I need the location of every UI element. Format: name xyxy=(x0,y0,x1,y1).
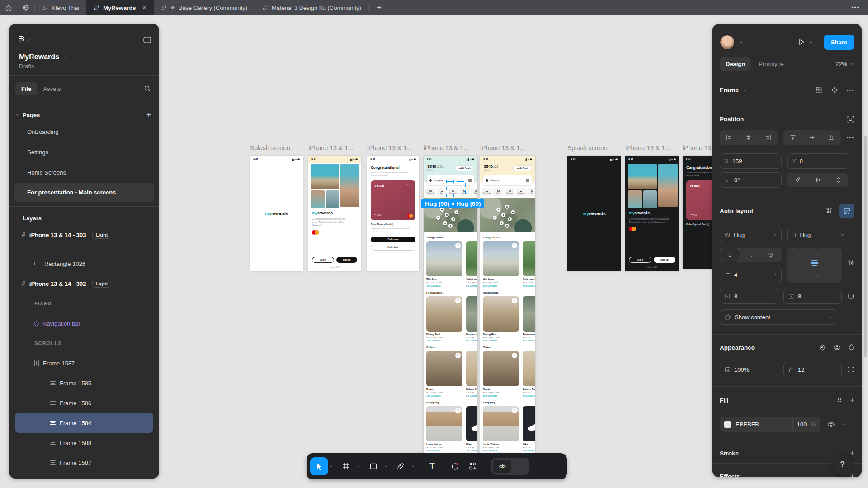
move-tool[interactable] xyxy=(310,457,328,475)
search-button[interactable] xyxy=(144,85,151,92)
shape-tool[interactable] xyxy=(364,457,382,475)
shape-tool-menu[interactable] xyxy=(382,464,389,468)
pen-tool[interactable] xyxy=(392,457,410,475)
opacity-input[interactable]: 100% xyxy=(720,362,778,377)
add-effect-button[interactable]: + xyxy=(850,472,854,477)
layer-frame-1584-selected[interactable]: Frame 1584 xyxy=(15,413,153,433)
present-button[interactable] xyxy=(797,38,806,46)
avatar[interactable] xyxy=(720,35,735,50)
community-button[interactable] xyxy=(17,0,34,15)
actions-tool[interactable] xyxy=(464,457,482,475)
rotate-button[interactable] xyxy=(787,173,807,187)
alignment-pad[interactable] xyxy=(787,248,842,283)
position-more-icon[interactable]: ••• xyxy=(846,135,854,140)
resize-handle-e[interactable] xyxy=(464,187,467,190)
frame-label-onboarding-dark[interactable]: iPhone 13 & 1... xyxy=(625,144,670,152)
canvas-vertical-scrollbar[interactable] xyxy=(864,136,867,357)
apply-style-button[interactable] xyxy=(819,344,826,351)
resize-handle-n[interactable] xyxy=(453,180,457,183)
help-button[interactable]: ? xyxy=(832,455,853,475)
align-right-button[interactable] xyxy=(758,130,778,145)
layer-frame-1588[interactable]: Frame 1588 xyxy=(9,433,159,453)
frame-label-splash-light[interactable]: Splash screen xyxy=(250,144,290,152)
resize-handle-se[interactable] xyxy=(464,194,467,197)
file-location[interactable]: Drafts xyxy=(19,63,159,70)
y-position-input[interactable]: Y 0 xyxy=(787,153,849,169)
shrink-to-fit-button[interactable] xyxy=(826,207,833,214)
gap-dropdown[interactable] xyxy=(769,267,777,282)
frame-tool-menu[interactable] xyxy=(355,464,362,468)
x-position-input[interactable]: X 159 xyxy=(720,153,782,169)
layout-settings-button[interactable] xyxy=(847,259,854,266)
chevron-down-icon[interactable] xyxy=(743,88,746,92)
direction-horizontal-button[interactable]: → xyxy=(740,248,760,262)
pages-section-header[interactable]: Pages + xyxy=(9,108,159,122)
clip-content-chevron[interactable] xyxy=(825,310,832,324)
layer-frame-1585[interactable]: Frame 1585 xyxy=(9,373,159,393)
rotation-input[interactable]: 0° xyxy=(720,172,782,188)
remove-fill-button[interactable]: − xyxy=(842,420,846,428)
selection-type[interactable]: Frame xyxy=(720,86,739,94)
layer-iphone-303[interactable]: # iPhone 13 & 14 - 303 Light xyxy=(9,225,159,245)
align-top-button[interactable] xyxy=(783,130,802,145)
collapse-sidebar-button[interactable] xyxy=(143,37,151,43)
page-item-for-presentation[interactable]: For presentation - Main screens xyxy=(14,183,154,202)
resize-handle-nw[interactable] xyxy=(443,180,447,183)
page-item-settings[interactable]: Settings xyxy=(9,142,159,162)
direction-vertical-button[interactable]: ↓ xyxy=(720,248,740,262)
horizontal-padding-input[interactable]: 8 xyxy=(720,289,778,304)
fill-swatch[interactable] xyxy=(724,421,731,428)
figma-main-menu[interactable] xyxy=(18,36,31,44)
chevron-down-icon[interactable] xyxy=(809,40,813,44)
tab-klevo-thai[interactable]: Klevo Thai xyxy=(35,0,86,15)
frame-splash-light[interactable]: 9:41 myrewards xyxy=(250,156,303,271)
width-input[interactable]: W Hug xyxy=(720,227,782,242)
align-left-button[interactable] xyxy=(720,130,739,145)
frame-label-congrats-light[interactable]: iPhone 13 & 1... xyxy=(367,144,412,152)
clip-content-dropdown[interactable]: Show content xyxy=(720,309,837,325)
page-item-onboarding[interactable]: OnBoarding xyxy=(9,122,159,142)
resize-handle-s[interactable] xyxy=(453,194,457,197)
layer-frame-1586[interactable]: Frame 1586 xyxy=(9,393,159,413)
tab-prototype[interactable]: Prototype xyxy=(753,57,790,71)
text-tool[interactable]: T xyxy=(423,457,441,475)
flip-horizontal-button[interactable] xyxy=(807,173,828,187)
new-tab-button[interactable]: + xyxy=(369,0,390,15)
close-tab-icon[interactable]: ✕ xyxy=(142,5,146,11)
direction-wrap-button[interactable] xyxy=(760,248,781,262)
draw-tool[interactable] xyxy=(446,457,464,475)
align-v-center-button[interactable] xyxy=(802,130,822,145)
layout-grid-button[interactable] xyxy=(816,86,823,94)
height-dropdown[interactable] xyxy=(836,227,844,242)
add-stroke-button[interactable]: + xyxy=(850,449,854,458)
resize-handle-w[interactable] xyxy=(443,187,447,190)
home-button[interactable] xyxy=(0,0,17,15)
frame-home-yellow[interactable]: 9:41 $540.23 › Balance + Add Funds Bangk… xyxy=(480,156,535,464)
move-tool-menu[interactable] xyxy=(328,464,335,468)
tab-design[interactable]: Design xyxy=(720,57,751,71)
blend-mode-button[interactable] xyxy=(848,344,854,351)
fill-color-row[interactable]: EBEBEB 100 % xyxy=(720,417,820,432)
layer-frame-1587-b[interactable]: Frame 1587 xyxy=(9,453,159,473)
frame-tool[interactable] xyxy=(337,457,355,475)
fill-opacity[interactable]: 100 xyxy=(797,421,807,428)
frame-label-splash-dark[interactable]: Splash screen xyxy=(567,144,608,152)
tab-file[interactable]: File xyxy=(15,82,37,95)
gap-input[interactable]: 4 xyxy=(720,267,782,282)
tab-material-3-design-kit[interactable]: Material 3 Design Kit (Community) xyxy=(255,0,368,15)
tab-myrewards[interactable]: MyRewards ✕ xyxy=(86,0,153,15)
corner-radius-input[interactable]: 12 xyxy=(783,362,842,377)
zoom-menu[interactable]: 22% xyxy=(835,61,854,67)
layer-frame-1587[interactable]: Frame 1587 xyxy=(9,353,159,373)
width-dropdown[interactable] xyxy=(769,227,777,242)
window-overflow-menu[interactable]: ••• xyxy=(843,0,868,15)
fill-visibility-button[interactable] xyxy=(827,422,835,427)
chevron-down-icon[interactable] xyxy=(739,40,743,44)
resize-handle-ne[interactable] xyxy=(464,180,467,183)
frame-congrats-light[interactable]: 9:41 Congratulations! You've successfull… xyxy=(367,156,419,271)
align-h-center-button[interactable] xyxy=(739,130,759,145)
individual-padding-button[interactable] xyxy=(847,293,854,300)
layer-iphone-302[interactable]: # iPhone 13 & 14 - 302 Light xyxy=(9,274,159,294)
tab-base-gallery[interactable]: ❖ Base Gallery (Community) xyxy=(154,0,255,15)
page-item-home-screens[interactable]: Home Screens xyxy=(9,162,159,183)
